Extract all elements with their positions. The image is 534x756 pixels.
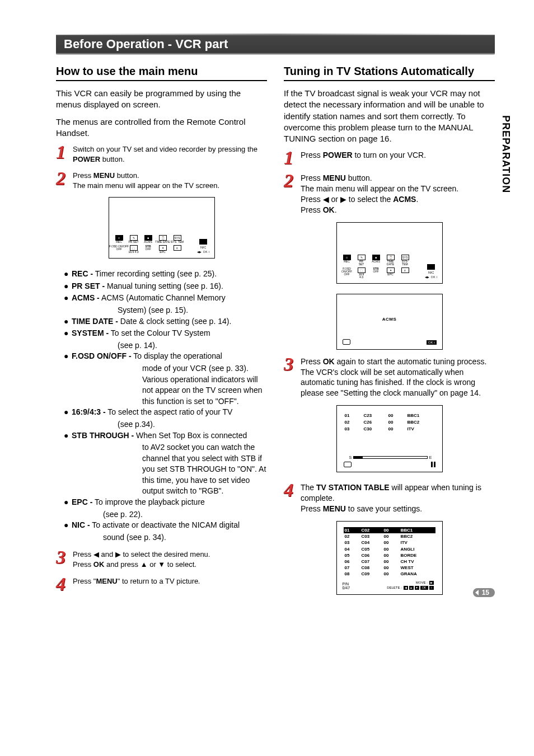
left-column: How to use the main menu This VCR can ea… <box>56 65 267 603</box>
right-intro: If the TV broadcast signal is weak your … <box>284 88 495 144</box>
r-step-number-3: 3 <box>284 356 297 373</box>
left-step2-text: Press MENU button.The main menu will app… <box>73 171 267 190</box>
station-table-screen-mock: 01C0200BBC1 02C0300BBC2 03C0400ITV 04C05… <box>336 521 443 595</box>
right-step4-text: The TV STATION TABLE will appear when tu… <box>301 482 495 514</box>
tv-icon <box>344 462 352 467</box>
step-number-1: 1 <box>56 144 69 161</box>
ok-button-mock: OK i <box>427 340 437 345</box>
main-menu-screen-mock: □REC ✎PR SET ■ACMS ⌚TIME DATE SYSSYS- TE… <box>109 197 215 259</box>
right-step3-text: Press OK again to start the automatic tu… <box>301 356 495 399</box>
fosd-sub: mode of your VCR (see p. 33). Various op… <box>64 363 267 407</box>
left-heading: How to use the main menu <box>56 65 267 81</box>
right-step1-text: Press POWER to turn on your VCR. <box>301 150 495 161</box>
system-sub: (see p. 14). <box>64 340 267 351</box>
side-tab-preparation: PREPARATION <box>500 115 512 193</box>
right-step2-text: Press MENU button.The main menu will app… <box>301 173 495 215</box>
left-step1-text: Switch on your TV set and video recorder… <box>73 144 267 164</box>
left-intro-1: This VCR can easily be programmed by usi… <box>56 88 267 111</box>
page-number-badge: 15 <box>473 587 495 597</box>
left-intro-2: The menus are controlled from the Remote… <box>56 116 267 139</box>
nic-sub: sound (see p. 34). <box>64 532 267 543</box>
epc-sub: (see p. 22). <box>64 509 267 520</box>
tuning-progress-screen-mock: 01C2300BBC1 02C2600BBC2 03C3000ITV SE <box>336 405 443 472</box>
left-step4-text: Press "MENU" to return to a TV picture. <box>73 576 267 586</box>
pause-icon <box>431 462 435 467</box>
acms-sub: System) (see p. 15). <box>64 305 267 316</box>
menu-definitions-list: ●REC - Timer recording setting (see p. 2… <box>64 269 267 543</box>
stb-sub: to AV2 socket you can watch the channel … <box>64 442 267 497</box>
ratio-sub: (see p.34). <box>64 419 267 430</box>
right-heading: Tuning in TV Stations Automatically <box>284 65 495 81</box>
acms-confirm-screen-mock: ACMS OK i <box>336 294 443 350</box>
acms-menu-screen-mock: □REC ✎PRSET ■ACMS ⌚TIMEDATE SYSSYS-TEM F… <box>336 222 443 284</box>
right-column: Tuning in TV Stations Automatically If t… <box>284 65 495 603</box>
r-step-number-4: 4 <box>284 482 297 499</box>
left-step3-text: Press ◀ and ▶ to select the desired menu… <box>73 550 267 569</box>
step-number-3: 3 <box>56 550 69 566</box>
tv-icon <box>343 339 350 345</box>
r-step-number-2: 2 <box>284 173 297 189</box>
step-number-2: 2 <box>56 171 69 187</box>
step-number-4: 4 <box>56 576 69 593</box>
section-title-bar: Before Operation - VCR part <box>56 34 495 55</box>
r-step-number-1: 1 <box>284 150 297 166</box>
table-footer-left: P/N0/47 <box>343 582 350 590</box>
